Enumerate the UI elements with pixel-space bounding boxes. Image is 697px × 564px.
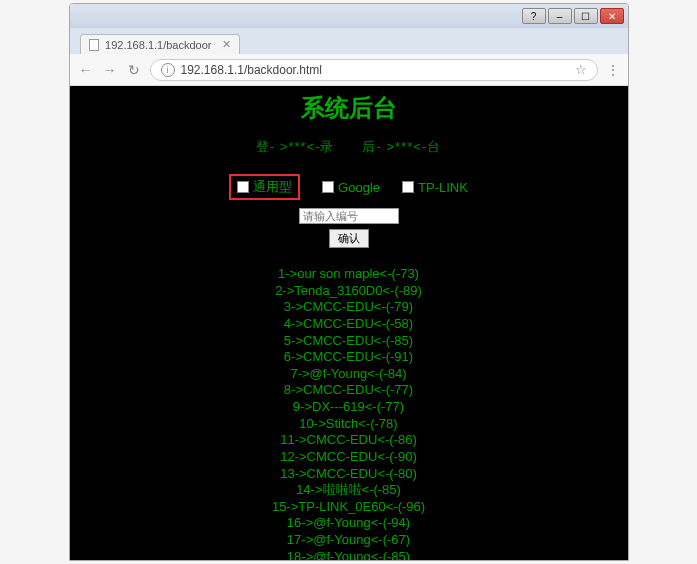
list-item: 16->@f-Young<-(-94) (70, 515, 628, 532)
number-input[interactable] (299, 208, 399, 224)
window-maximize-button[interactable]: ☐ (574, 8, 598, 24)
window-minimize-button[interactable]: – (548, 8, 572, 24)
forward-icon[interactable]: → (102, 62, 118, 78)
page-title: 系统后台 (70, 92, 628, 124)
mode-google[interactable]: Google (322, 180, 380, 195)
list-item: 15->TP-LINK_0E60<-(-96) (70, 499, 628, 516)
list-item: 3->CMCC-EDU<-(-79) (70, 299, 628, 316)
tab-strip: 192.168.1.1/backdoor ✕ (70, 28, 628, 54)
list-item: 17->@f-Young<-(-67) (70, 532, 628, 549)
list-item: 9->DX---619<-(-77) (70, 399, 628, 416)
list-item: 5->CMCC-EDU<-(-85) (70, 333, 628, 350)
site-info-icon[interactable]: i (161, 63, 175, 77)
mode-google-label: Google (338, 180, 380, 195)
mode-checkbox-row: 通用型 Google TP-LINK (70, 174, 628, 200)
list-item: 8->CMCC-EDU<-(-77) (70, 382, 628, 399)
mode-generic-label: 通用型 (253, 178, 292, 196)
network-list: 1->our son maple<-(-73) 2->Tenda_3160D0<… (70, 266, 628, 560)
mode-generic[interactable]: 通用型 (229, 174, 300, 200)
list-item: 4->CMCC-EDU<-(-58) (70, 316, 628, 333)
browser-window: ? – ☐ ✕ 192.168.1.1/backdoor ✕ ← → ↻ i 1… (69, 3, 629, 561)
titlebar: ? – ☐ ✕ (70, 4, 628, 28)
address-bar: ← → ↻ i 192.168.1.1/backdoor.html ☆ ⋮ (70, 54, 628, 86)
checkbox-icon[interactable] (237, 181, 249, 193)
browser-tab[interactable]: 192.168.1.1/backdoor ✕ (80, 34, 240, 54)
page-content: 系统后台 登- >***<-录 后- >***<-台 通用型 Google TP… (70, 86, 628, 560)
list-item: 11->CMCC-EDU<-(-86) (70, 432, 628, 449)
tab-close-icon[interactable]: ✕ (222, 38, 231, 51)
tab-favicon-icon (89, 39, 100, 51)
list-item: 14->啦啦啦<-(-85) (70, 482, 628, 499)
list-item: 7->@f-Young<-(-84) (70, 366, 628, 383)
reload-icon[interactable]: ↻ (126, 62, 142, 78)
checkbox-icon[interactable] (322, 181, 334, 193)
mode-tplink[interactable]: TP-LINK (402, 180, 468, 195)
bookmark-star-icon[interactable]: ☆ (575, 62, 587, 77)
window-close-button[interactable]: ✕ (600, 8, 624, 24)
login-status: 登- >***<-录 后- >***<-台 (70, 138, 628, 156)
list-item: 6->CMCC-EDU<-(-91) (70, 349, 628, 366)
list-item: 12->CMCC-EDU<-(-90) (70, 449, 628, 466)
list-item: 1->our son maple<-(-73) (70, 266, 628, 283)
list-item: 13->CMCC-EDU<-(-80) (70, 466, 628, 483)
confirm-button[interactable]: 确认 (329, 229, 369, 248)
tab-title: 192.168.1.1/backdoor (105, 39, 211, 51)
back-icon[interactable]: ← (78, 62, 94, 78)
browser-menu-icon[interactable]: ⋮ (606, 62, 620, 78)
mode-tplink-label: TP-LINK (418, 180, 468, 195)
list-item: 18->@f-Young<-(-85) (70, 549, 628, 560)
checkbox-icon[interactable] (402, 181, 414, 193)
list-item: 2->Tenda_3160D0<-(-89) (70, 283, 628, 300)
url-text: 192.168.1.1/backdoor.html (181, 63, 322, 77)
url-input[interactable]: i 192.168.1.1/backdoor.html ☆ (150, 59, 598, 81)
window-help-button[interactable]: ? (522, 8, 546, 24)
list-item: 10->Stitch<-(-78) (70, 416, 628, 433)
